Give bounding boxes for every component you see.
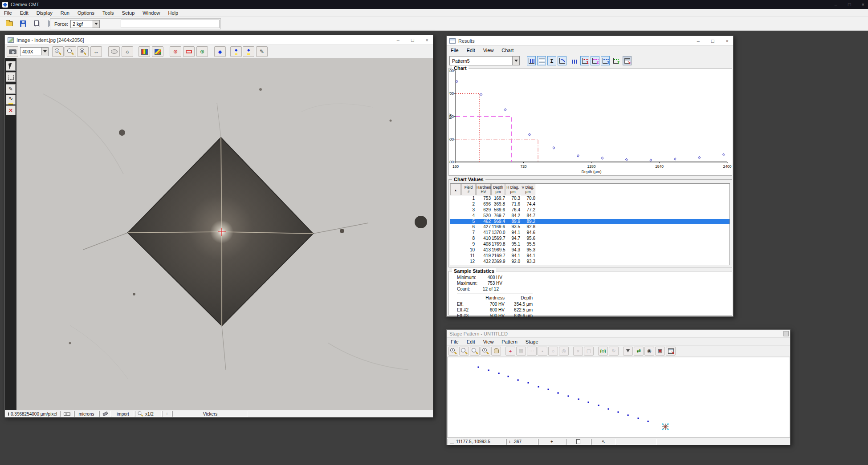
column-header-v-diag-[interactable]: V Diag.µm (521, 184, 535, 195)
colormap-button[interactable] (152, 46, 163, 57)
stage-window-titlebar[interactable]: Stage Pattern - UNTITLED (447, 330, 790, 338)
draw-pencil-button[interactable]: ✎ (6, 84, 16, 94)
preview-button[interactable]: ◉ (644, 347, 654, 356)
select-region-button[interactable] (6, 72, 16, 82)
menu-item-view[interactable]: View (479, 338, 498, 345)
zoom-in-button[interactable]: + (52, 46, 64, 57)
menu-item-file[interactable]: File (0, 9, 16, 16)
table-row[interactable]: 74171370.094.194.6 (450, 230, 729, 236)
magnification-select[interactable]: 400X (20, 47, 49, 56)
table-row[interactable]: 104131969.594.395.3 (450, 247, 729, 253)
calibration-button[interactable]: ∿ (6, 95, 16, 105)
menu-item-file[interactable]: File (447, 338, 463, 345)
camera-button[interactable] (7, 46, 18, 57)
close-icon[interactable]: × (726, 38, 729, 44)
table-row[interactable]: 2696369.871.674.4 (450, 202, 729, 207)
menu-item-window[interactable]: Window (139, 9, 164, 16)
copy-pattern-button[interactable]: ↘ (666, 347, 676, 356)
delete-point-button[interactable]: × (573, 347, 583, 356)
crosshair-tool-button[interactable]: ⊕ (196, 46, 208, 57)
chart-values-table[interactable]: ▲ Field#HardnessHVDepthµmH Diag.µmV Diag… (450, 183, 730, 265)
micrograph-canvas[interactable] (16, 58, 433, 410)
add-point-button[interactable]: + (505, 347, 515, 356)
column-header-h-diag-[interactable]: H Diag.µm (505, 184, 520, 195)
menu-item-view[interactable]: View (479, 47, 498, 54)
zoom-ratio-cell[interactable]: x1/2 (135, 411, 162, 417)
menu-item-edit[interactable]: Edit (16, 9, 33, 16)
line-pattern-button[interactable]: ⋯ (527, 347, 537, 356)
statistics-button[interactable]: Σ (547, 56, 556, 65)
chart-view-button[interactable] (527, 56, 536, 65)
units-cell[interactable]: microns (74, 411, 98, 417)
copy-button[interactable] (31, 18, 42, 29)
stage-page-cell[interactable] (566, 439, 591, 445)
menu-item-display[interactable]: Display (33, 9, 57, 16)
edit-pencil-button[interactable]: ✎ (256, 46, 268, 57)
caliper-tool-button[interactable] (183, 46, 195, 57)
force-select-arrow[interactable] (93, 20, 99, 28)
menu-item-run[interactable]: Run (57, 9, 73, 16)
stage-canvas[interactable] (447, 357, 790, 438)
menu-item-stage[interactable]: Stage (522, 338, 542, 345)
fit-width-button[interactable]: ↔ (90, 46, 102, 57)
eff3-chart-button[interactable]: 3 (601, 56, 610, 65)
image-window-titlebar[interactable]: Image - indent.jpg [2464x2056] – □ × (5, 35, 433, 45)
eraser-cell[interactable] (99, 411, 111, 417)
force-extra-field[interactable] (121, 20, 220, 28)
brightness-button[interactable]: ☼ (122, 46, 133, 57)
rotate-pattern-button[interactable]: ↻ (609, 347, 619, 356)
table-row[interactable]: 114192169.794.194.1 (450, 253, 729, 259)
table-row[interactable]: 1753169.770.370.0 (450, 196, 729, 202)
clear-grid-button[interactable]: ▦× (655, 347, 665, 356)
eff1-chart-button[interactable]: 1 (580, 56, 589, 65)
export-table-button[interactable]: ↘ (623, 56, 632, 65)
stage-zoom-in-button[interactable]: + (448, 347, 458, 356)
move-cell[interactable]: + (163, 411, 171, 417)
select-frame-button[interactable]: ▢ (584, 347, 594, 356)
menu-item-file[interactable]: File (447, 47, 463, 54)
table-row[interactable]: 4520769.784.284.7 (450, 213, 729, 219)
import-cell[interactable]: import (112, 411, 134, 417)
table-row[interactable]: 94081769.895.195.5 (450, 242, 729, 247)
stage-arrow-cell[interactable]: ↖ (591, 439, 616, 445)
histogram-button[interactable] (570, 56, 579, 65)
column-header-field[interactable]: Field# (461, 184, 476, 195)
manual-measure-button[interactable]: ◆ (243, 46, 254, 57)
pattern-select[interactable]: Pattern5 (449, 56, 520, 65)
palette-button[interactable] (139, 46, 150, 57)
stage-cross-cell[interactable]: + (538, 439, 565, 445)
transfer-button[interactable]: ⇄ (634, 347, 644, 356)
circle-pattern-button[interactable]: ○ (548, 347, 558, 356)
ring-tool-button[interactable]: (O) (598, 347, 608, 356)
menu-item-setup[interactable]: Setup (118, 9, 139, 16)
close-icon[interactable]: × (862, 2, 864, 7)
sort-header[interactable]: ▲ (450, 184, 461, 195)
pointer-tool-button[interactable] (6, 61, 16, 71)
indent-tool-button[interactable]: ◆ (214, 46, 226, 57)
hardness-profile-chart[interactable]: 400500600700800160720128018402400Depth (… (449, 69, 732, 174)
stage-zoom-out-button[interactable]: − (459, 347, 469, 356)
curve-view-button[interactable] (558, 56, 566, 65)
menu-item-edit[interactable]: Edit (463, 47, 479, 54)
maximize-icon[interactable]: □ (711, 38, 714, 44)
minimize-icon[interactable]: – (835, 2, 837, 7)
open-file-button[interactable] (4, 18, 15, 29)
zoom-out-button[interactable]: − (65, 46, 76, 57)
menu-item-edit[interactable]: Edit (463, 338, 479, 345)
pattern-select-arrow[interactable] (512, 57, 519, 65)
delete-button[interactable]: × (6, 105, 16, 115)
ellipse-tool-button[interactable] (108, 46, 120, 57)
grid-pattern-button[interactable]: ▦ (516, 347, 526, 356)
menu-item-pattern[interactable]: Pattern (497, 338, 521, 345)
stage-zoom-select-button[interactable] (470, 347, 480, 356)
force-select[interactable]: 2 kgf (70, 20, 100, 28)
menu-item-help[interactable]: Help (164, 9, 182, 16)
auto-measure-button[interactable]: ◆ (230, 46, 242, 57)
column-header-depth[interactable]: Depthµm (491, 184, 505, 195)
maximize-icon[interactable]: □ (848, 2, 851, 7)
ruler-cell[interactable] (60, 411, 73, 417)
column-header-hardness[interactable]: HardnessHV (476, 184, 491, 195)
stage-pan-button[interactable] (491, 347, 501, 356)
zoom-reset-button[interactable]: × (77, 46, 89, 57)
table-row[interactable]: 3629569.676.477.2 (450, 207, 729, 213)
